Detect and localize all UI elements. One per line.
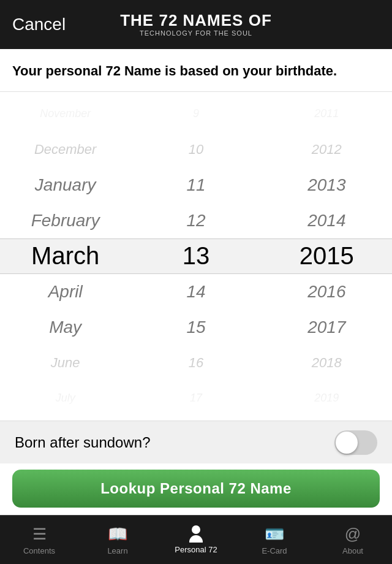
year-picker-column[interactable]: 201120122013201420152016201720182019 bbox=[262, 92, 392, 421]
year-item[interactable]: 2017 bbox=[262, 310, 392, 345]
year-item[interactable]: 2018 bbox=[262, 345, 392, 381]
day-item[interactable]: 13 bbox=[130, 238, 261, 274]
month-picker-column[interactable]: NovemberDecemberJanuaryFebruaryMarchApri… bbox=[0, 92, 130, 421]
year-item[interactable]: 2012 bbox=[262, 132, 392, 167]
year-item[interactable]: 2016 bbox=[262, 274, 392, 310]
logo-title: THE 72 NAMES OF bbox=[120, 12, 272, 28]
tab-learn[interactable]: 📖 Learn bbox=[78, 516, 157, 564]
cancel-button[interactable]: Cancel bbox=[12, 15, 66, 34]
learn-icon: 📖 bbox=[108, 525, 127, 544]
lookup-button-label: Lookup Personal 72 Name bbox=[100, 480, 292, 497]
tab-ecard-label: E-Card bbox=[262, 546, 287, 555]
tab-contents[interactable]: ☰ Contents bbox=[0, 516, 78, 564]
year-item[interactable]: 2014 bbox=[262, 203, 392, 238]
sundown-row: Born after sundown? bbox=[0, 421, 392, 463]
about-icon: @ bbox=[345, 525, 361, 544]
tab-contents-label: Contents bbox=[23, 546, 55, 555]
day-item[interactable]: 15 bbox=[130, 310, 261, 345]
toggle-knob bbox=[336, 432, 358, 454]
sundown-toggle[interactable] bbox=[334, 430, 377, 455]
tab-about-label: About bbox=[342, 546, 363, 555]
day-item[interactable]: 10 bbox=[130, 132, 261, 167]
tab-bar: ☰ Contents 📖 Learn Personal 72 🪪 E-Card … bbox=[0, 515, 392, 564]
month-item[interactable]: December bbox=[0, 132, 130, 167]
day-item[interactable]: 17 bbox=[130, 381, 261, 416]
tab-about[interactable]: @ About bbox=[314, 516, 392, 564]
month-item[interactable]: June bbox=[0, 345, 130, 381]
day-item[interactable]: 9 bbox=[130, 96, 261, 132]
month-item[interactable]: November bbox=[0, 96, 130, 132]
tab-learn-label: Learn bbox=[107, 546, 127, 555]
lookup-button[interactable]: Lookup Personal 72 Name bbox=[12, 470, 380, 508]
birthdate-description: Your personal 72 Name is based on your b… bbox=[0, 49, 392, 92]
logo-subtitle: TECHNOLOGY FOR THE SOUL bbox=[120, 29, 272, 37]
year-item[interactable]: 2019 bbox=[262, 381, 392, 416]
personal72-icon bbox=[187, 525, 205, 543]
tab-personal72-label: Personal 72 bbox=[175, 545, 217, 554]
ecard-icon: 🪪 bbox=[265, 525, 284, 544]
app-logo: THE 72 NAMES OF TECHNOLOGY FOR THE SOUL bbox=[120, 12, 272, 37]
tab-ecard[interactable]: 🪪 E-Card bbox=[235, 516, 314, 564]
month-item[interactable]: May bbox=[0, 310, 130, 345]
month-item[interactable]: April bbox=[0, 274, 130, 310]
day-item[interactable]: 16 bbox=[130, 345, 261, 381]
contents-icon: ☰ bbox=[32, 525, 47, 544]
day-item[interactable]: 14 bbox=[130, 274, 261, 310]
main-content: Your personal 72 Name is based on your b… bbox=[0, 49, 392, 515]
date-picker[interactable]: NovemberDecemberJanuaryFebruaryMarchApri… bbox=[0, 92, 392, 421]
month-item[interactable]: January bbox=[0, 167, 130, 203]
month-item[interactable]: July bbox=[0, 381, 130, 416]
tab-personal72[interactable]: Personal 72 bbox=[157, 516, 235, 564]
person-icon bbox=[187, 525, 205, 543]
day-item[interactable]: 12 bbox=[130, 203, 261, 238]
day-picker-column[interactable]: 91011121314151617 bbox=[130, 92, 261, 421]
year-item[interactable]: 2015 bbox=[262, 238, 392, 274]
month-item[interactable]: February bbox=[0, 203, 130, 238]
month-item[interactable]: March bbox=[0, 238, 130, 274]
sundown-label: Born after sundown? bbox=[15, 434, 150, 451]
app-header: Cancel THE 72 NAMES OF TECHNOLOGY FOR TH… bbox=[0, 0, 392, 49]
day-item[interactable]: 11 bbox=[130, 167, 261, 203]
year-item[interactable]: 2013 bbox=[262, 167, 392, 203]
year-item[interactable]: 2011 bbox=[262, 96, 392, 132]
logo-prefix: THE 72 NAMES OF bbox=[120, 11, 272, 29]
